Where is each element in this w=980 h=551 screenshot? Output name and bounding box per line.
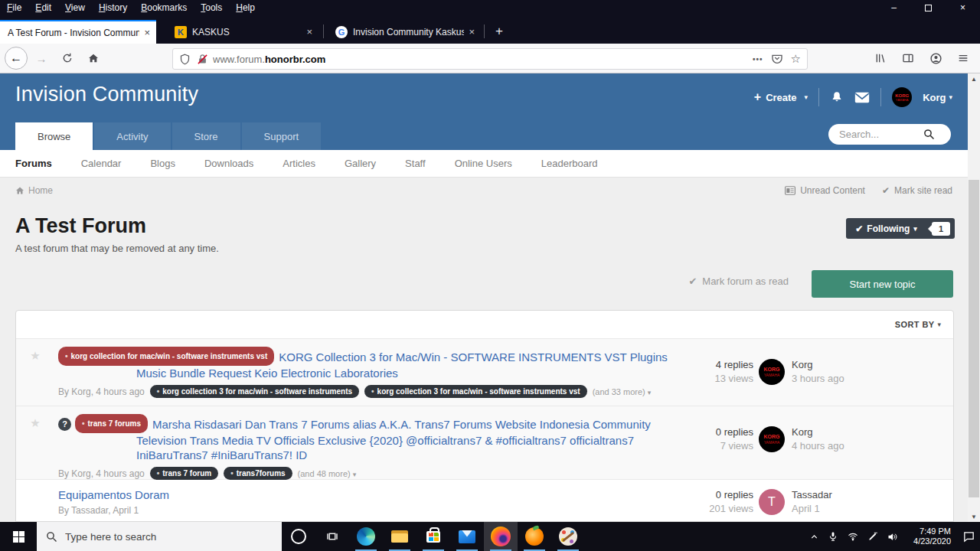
topic-star-icon[interactable]: ★	[30, 416, 40, 429]
create-button[interactable]: + Create ▾	[754, 90, 808, 104]
last-post-time[interactable]: 4 hours ago	[792, 440, 941, 452]
tray-wifi[interactable]	[847, 531, 859, 542]
unread-content-link[interactable]: Unread Content	[785, 185, 865, 196]
insecure-lock-icon[interactable]	[197, 54, 208, 65]
sort-by-button[interactable]: SORT BY	[895, 320, 935, 329]
last-poster-name[interactable]: Korg	[792, 359, 941, 370]
account-button[interactable]	[925, 47, 946, 69]
taskbar-search-input[interactable]	[65, 531, 256, 543]
tab-close-icon[interactable]: ×	[306, 26, 312, 37]
topic-tag[interactable]: •trans 7 forum	[150, 467, 218, 480]
last-post-time[interactable]: April 1	[792, 503, 941, 514]
search-input[interactable]	[839, 129, 923, 140]
last-poster-name[interactable]: Korg	[792, 426, 941, 438]
cortana-button[interactable]	[282, 522, 315, 551]
subnav-leaderboard[interactable]: Leaderboard	[541, 158, 598, 169]
last-poster-avatar[interactable]: T	[759, 489, 785, 515]
reload-button[interactable]	[57, 47, 78, 69]
library-button[interactable]	[870, 47, 891, 69]
topic-star-icon[interactable]: ★	[30, 349, 40, 362]
url-bar[interactable]: www.forum.honorbr.com ••• ☆	[172, 48, 808, 70]
topic-title-link[interactable]: Marsha Risdasari Dan Trans 7 Forums alia…	[136, 418, 651, 461]
sidebar-button[interactable]	[897, 47, 919, 69]
taskbar-file-explorer[interactable]	[383, 522, 416, 551]
menu-bookmarks[interactable]: Bookmarks	[134, 1, 194, 15]
site-search[interactable]	[828, 124, 951, 145]
subnav-downloads[interactable]: Downloads	[204, 158, 253, 169]
start-new-topic-button[interactable]: Start new topic	[812, 270, 953, 298]
subnav-calendar[interactable]: Calendar	[81, 158, 122, 169]
action-center-button[interactable]	[962, 530, 975, 543]
breadcrumb-home[interactable]: Home	[15, 185, 53, 196]
maximize-button[interactable]	[911, 0, 946, 15]
scrollbar-up-arrow[interactable]: ▲	[968, 73, 980, 84]
pocket-icon[interactable]	[771, 53, 783, 65]
subnav-online-users[interactable]: Online Users	[455, 158, 512, 169]
site-title[interactable]: Invision Community	[15, 83, 198, 106]
subnav-articles[interactable]: Articles	[283, 158, 315, 169]
topic-author-date[interactable]: By Korg, 4 hours ago	[58, 468, 145, 479]
mark-site-read-link[interactable]: ✔ Mark site read	[882, 185, 952, 196]
last-poster-avatar[interactable]: KORG YAMAHA	[759, 426, 785, 452]
more-tags-toggle[interactable]: (and 33 more) ▾	[593, 387, 652, 396]
user-avatar[interactable]: KORG YAMAHA	[892, 87, 912, 107]
subnav-staff[interactable]: Staff	[405, 158, 426, 169]
taskbar-search[interactable]	[37, 522, 282, 551]
start-button[interactable]	[0, 522, 37, 551]
scrollbar-down-arrow[interactable]: ▼	[968, 511, 980, 522]
topic-byline[interactable]: By Korg, 4 hours ago •korg collection 3 …	[58, 385, 681, 398]
menu-history[interactable]: History	[92, 1, 134, 15]
topic-tag[interactable]: •korg collection 3 for mac/win - softwar…	[150, 385, 359, 398]
topic-tag[interactable]: •korg collection 3 for mac/win - softwar…	[364, 385, 587, 398]
tab-store[interactable]: Store	[172, 122, 240, 150]
hamburger-menu-button[interactable]	[952, 47, 974, 69]
menu-tools[interactable]: Tools	[194, 1, 229, 15]
topic-author-date[interactable]: By Korg, 4 hours ago	[58, 386, 145, 397]
taskbar-clock[interactable]: 7:49 PM 4/23/2020	[906, 527, 951, 546]
menu-file[interactable]: File	[0, 1, 28, 15]
taskbar-store[interactable]	[416, 522, 450, 551]
topic-byline[interactable]: By Korg, 4 hours ago •trans 7 forum •tra…	[58, 467, 681, 480]
tray-expand-button[interactable]	[809, 532, 819, 542]
subnav-gallery[interactable]: Gallery	[345, 158, 376, 169]
topic-tag[interactable]: •trans7forums	[224, 467, 292, 480]
mark-forum-read-link[interactable]: ✔ Mark forum as read	[688, 276, 789, 287]
tab-activity[interactable]: Activity	[94, 122, 170, 150]
subnav-forums[interactable]: Forums	[15, 158, 52, 169]
taskbar-fl-studio[interactable]	[518, 522, 551, 551]
tray-volume[interactable]	[887, 531, 898, 543]
scrollbar-thumb[interactable]	[969, 180, 979, 497]
taskbar-firefox[interactable]	[484, 522, 518, 551]
topic-prefix-tag[interactable]: •korg collection for mac/win - software …	[58, 347, 274, 366]
task-view-button[interactable]	[315, 522, 349, 551]
tab-close-icon[interactable]: ×	[469, 26, 475, 37]
last-poster-name[interactable]: Tassadar	[792, 489, 941, 500]
taskbar-paint-app[interactable]	[551, 522, 585, 551]
menu-view[interactable]: View	[58, 1, 92, 15]
tab-browse[interactable]: Browse	[15, 122, 93, 150]
messages-button[interactable]	[854, 92, 870, 103]
following-button[interactable]: ✔ Following ▾ 1	[846, 218, 955, 239]
topic-prefix-tag[interactable]: •trans 7 forums	[75, 414, 148, 433]
back-button[interactable]: ←	[5, 47, 28, 70]
last-post-time[interactable]: 3 hours ago	[792, 373, 941, 384]
tracking-shield-icon[interactable]	[179, 54, 191, 65]
topic-title-link[interactable]: Equipamentos Doram	[58, 488, 169, 501]
tray-microphone[interactable]	[828, 531, 838, 542]
search-icon[interactable]	[923, 129, 935, 140]
home-button[interactable]	[83, 47, 104, 69]
tab-support[interactable]: Support	[242, 122, 322, 150]
taskbar-mail[interactable]	[450, 522, 484, 551]
tab-close-icon[interactable]: ×	[144, 27, 150, 38]
more-tags-toggle[interactable]: (and 48 more) ▾	[298, 469, 357, 478]
taskbar-edge[interactable]	[349, 522, 383, 551]
page-actions-icon[interactable]: •••	[753, 55, 763, 64]
browser-tab-active[interactable]: A Test Forum - Invision Community ×	[0, 20, 156, 44]
bookmark-star-icon[interactable]: ☆	[791, 52, 801, 66]
browser-tab-kaskus[interactable]: K KASKUS ×	[167, 20, 318, 44]
forward-button[interactable]: →	[31, 47, 52, 69]
user-menu-button[interactable]: Korg ▾	[923, 92, 952, 103]
close-button[interactable]: ×	[946, 0, 980, 15]
browser-tab-google[interactable]: G Invision Community Kaskus - G ×	[328, 20, 481, 44]
notifications-button[interactable]	[830, 90, 844, 104]
